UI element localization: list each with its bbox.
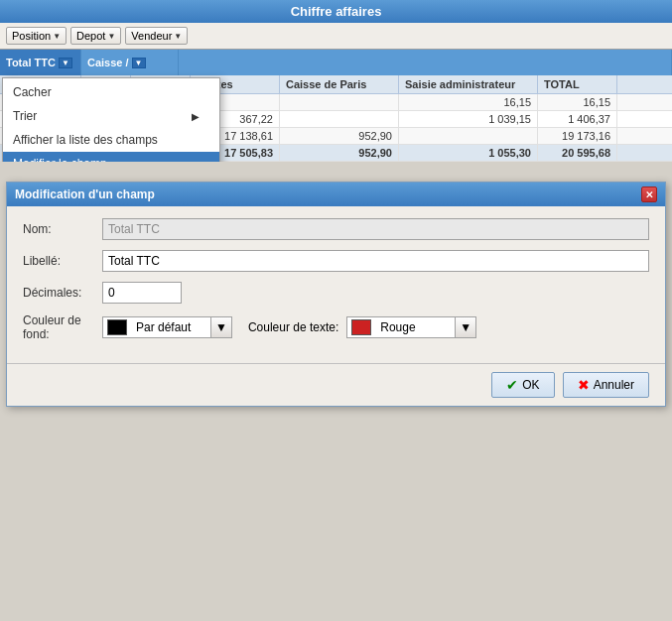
vendeur-button[interactable]: Vendeur ▼ (125, 27, 188, 45)
cancel-button[interactable]: ✖ Annuler (563, 372, 649, 398)
caisse-dropdown-icon[interactable]: ▼ (132, 58, 146, 68)
position-button[interactable]: Position ▼ (6, 27, 67, 45)
cell-r3-c5: 952,90 (280, 128, 399, 144)
total-col-header: TOTAL (538, 75, 617, 93)
context-menu: Cacher Trier ▶ Afficher la liste des cha… (2, 77, 220, 162)
empty-header (179, 50, 672, 75)
ok-icon: ✔ (506, 377, 518, 393)
toolbar: Position ▼ Depot ▼ Vendeur ▼ (0, 23, 672, 50)
total-ttc-header[interactable]: Total TTC ▼ (0, 50, 81, 75)
trier-submenu-icon: ▶ (192, 111, 200, 122)
dialog-title-bar: Modification d'un champ ✕ (7, 183, 665, 206)
position-arrow-icon: ▼ (53, 32, 61, 41)
depot-label: Depot (76, 30, 105, 42)
dialog-footer: ✔ OK ✖ Annuler (7, 363, 665, 406)
decimales-input[interactable] (102, 282, 182, 304)
decimales-row: Décimales: (23, 282, 649, 304)
couleur-fond-swatch (107, 319, 127, 335)
dialog-title: Modification d'un champ (15, 187, 155, 201)
cell-r3-c7: 19 173,16 (538, 128, 617, 144)
cell-r3-c6 (399, 128, 538, 144)
couleur-fond-label: Couleur de fond: (23, 313, 102, 341)
nom-row: Nom: (23, 218, 649, 240)
cell-r4-c7: 20 595,68 (538, 145, 617, 161)
nom-input[interactable] (102, 218, 649, 240)
app-title: Chiffre affaires (291, 4, 382, 19)
vendeur-label: Vendeur (131, 30, 172, 42)
nom-label: Nom: (23, 222, 102, 236)
caisse-header[interactable]: Caisse / ▼ (81, 50, 179, 75)
libelle-row: Libellé: (23, 250, 649, 272)
table-area: Total TTC ▼ Caisse / ▼ Pièces Cde Factur… (0, 50, 672, 162)
ok-label: OK (522, 378, 539, 392)
depot-button[interactable]: Depot ▼ (70, 27, 121, 45)
cell-r2-c5 (280, 111, 399, 127)
modification-dialog: Modification d'un champ ✕ Nom: Libellé: … (6, 182, 666, 407)
couleur-texte-value: Rouge (375, 318, 455, 336)
couleur-texte-dropdown[interactable]: Rouge ▼ (346, 316, 476, 338)
couleur-fond-value: Par défaut (131, 318, 210, 336)
libelle-label: Libellé: (23, 254, 102, 268)
decimales-label: Décimales: (23, 286, 102, 300)
ok-button[interactable]: ✔ OK (491, 372, 554, 398)
column-group-header: Total TTC ▼ Caisse / ▼ (0, 50, 672, 75)
cell-r4-c5: 952,90 (280, 145, 399, 161)
cancel-label: Annuler (594, 378, 634, 392)
couleur-fond-dropdown[interactable]: Par défaut ▼ (102, 316, 232, 338)
cell-r1-c6: 16,15 (399, 94, 538, 110)
dialog-close-button[interactable]: ✕ (641, 186, 657, 202)
depot-arrow-icon: ▼ (107, 32, 115, 41)
dialog-body: Nom: Libellé: Décimales: Couleur de fond… (7, 206, 665, 363)
total-ttc-dropdown-icon[interactable]: ▼ (59, 58, 72, 68)
title-bar: Chiffre affaires (0, 0, 672, 23)
vendeur-arrow-icon: ▼ (174, 32, 182, 41)
caisse-paris-col-header: Caisse de Paris (280, 75, 399, 93)
couleur-texte-label: Couleur de texte: (248, 320, 338, 334)
cell-r4-c6: 1 055,30 (399, 145, 538, 161)
couleur-texte-swatch (351, 319, 371, 335)
couleur-fond-arrow-icon[interactable]: ▼ (210, 317, 231, 337)
couleur-texte-arrow-icon[interactable]: ▼ (455, 317, 475, 337)
menu-item-trier[interactable]: Trier ▶ (3, 104, 219, 128)
color-row: Couleur de fond: Par défaut ▼ Couleur de… (23, 313, 649, 341)
cancel-icon: ✖ (578, 377, 590, 393)
spacer (0, 162, 672, 182)
libelle-input[interactable] (102, 250, 649, 272)
saisie-admin-col-header: Saisie administrateur (399, 75, 538, 93)
cell-r1-c7: 16,15 (538, 94, 617, 110)
menu-item-modifier-champ[interactable]: Modifier le champ (3, 152, 219, 162)
menu-item-cacher[interactable]: Cacher (3, 80, 219, 104)
cell-r1-c5 (280, 94, 399, 110)
menu-item-afficher-liste[interactable]: Afficher la liste des champs (3, 128, 219, 152)
cell-r2-c7: 1 406,37 (538, 111, 617, 127)
position-label: Position (12, 30, 51, 42)
cell-r2-c6: 1 039,15 (399, 111, 538, 127)
